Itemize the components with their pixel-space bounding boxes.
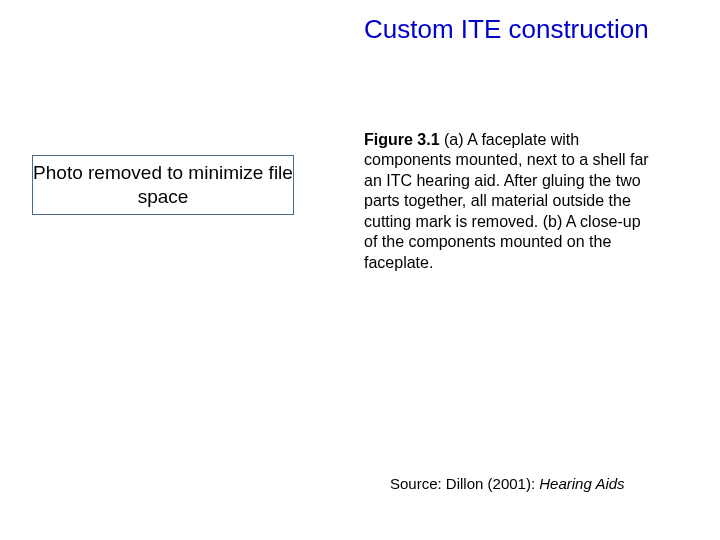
slide-title: Custom ITE construction — [364, 14, 649, 45]
figure-caption: Figure 3.1 (a) A faceplate with componen… — [364, 130, 652, 273]
source-title: Hearing Aids — [539, 475, 624, 492]
photo-placeholder-box: Photo removed to minimize file space — [32, 155, 294, 215]
figure-caption-text: (a) A faceplate with components mounted,… — [364, 131, 649, 271]
photo-placeholder-text: Photo removed to minimize file space — [33, 161, 293, 209]
source-citation: Source: Dillon (2001): Hearing Aids — [390, 475, 625, 492]
source-prefix: Source: Dillon (2001): — [390, 475, 539, 492]
figure-caption-label: Figure 3.1 — [364, 131, 440, 148]
